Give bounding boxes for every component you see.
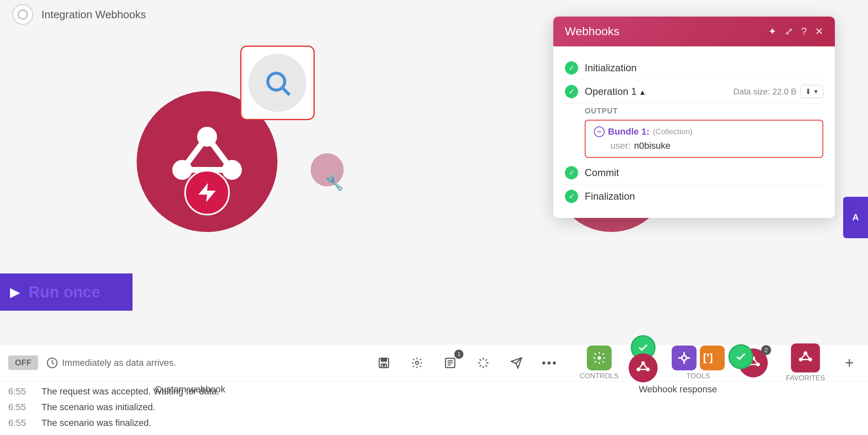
svg-line-33 — [480, 365, 482, 367]
popup-row-finalization: ✓ Finalization — [565, 185, 823, 208]
bundle-key: Bundle 1: — [608, 126, 649, 137]
download-btn[interactable]: ⬇ ▼ — [800, 85, 823, 98]
log-entries: 6:55 The request was accepted. Waiting f… — [0, 379, 331, 435]
toggle-off[interactable]: OFF — [8, 355, 38, 370]
search-node[interactable] — [240, 46, 315, 120]
run-once-button[interactable]: ▶ Run once — [0, 273, 133, 311]
lightning-sub-icon — [184, 170, 230, 215]
bundle-box: − Bundle 1: (Collection) user: n0bisuke — [585, 120, 823, 158]
svg-line-30 — [480, 359, 482, 361]
popup-row-operation: ✓ Operation 1 Data size: 22.0 B ⬇ ▼ — [565, 80, 823, 104]
send-btn[interactable] — [505, 351, 528, 375]
favorites-label: FAVORITES — [786, 374, 825, 382]
svg-point-0 — [18, 10, 27, 19]
popup-body: ✓ Initialization ✓ Operation 1 Data size… — [553, 46, 835, 218]
bottom-toolbar: OFF Immediately as data arrives. — [0, 344, 868, 435]
save-btn[interactable] — [372, 351, 395, 375]
webhooks-badge-right: 2 — [761, 345, 771, 355]
operation-label[interactable]: Operation 1 — [585, 86, 646, 97]
popup-header: Webhooks ✦ ⤢ ? ✕ — [553, 17, 835, 46]
check-icon-final: ✓ — [565, 190, 578, 203]
svg-line-57 — [801, 353, 805, 359]
svg-rect-18 — [381, 358, 387, 361]
commit-label: Commit — [585, 167, 619, 179]
check-icon-commit: ✓ — [565, 166, 578, 179]
log-entry-3: 6:55 The scenario was finalized. — [8, 415, 323, 431]
settings-btn[interactable] — [405, 351, 429, 375]
output-label: OUTPUT — [585, 107, 823, 116]
search-inner-circle — [248, 54, 306, 112]
svg-line-7 — [207, 137, 232, 170]
add-module-btn[interactable]: + — [839, 353, 860, 373]
sparkle-icon[interactable]: ✦ — [768, 26, 776, 37]
svg-line-40 — [638, 363, 643, 369]
data-size-info: Data size: 22.0 B ⬇ ▼ — [733, 85, 823, 98]
search-icon — [263, 68, 292, 97]
log-entry-2: 6:55 The scenario was initialized. — [8, 399, 323, 415]
schedule-text: Immediately as data arrives. — [46, 357, 176, 369]
popup-header-icons: ✦ ⤢ ? ✕ — [768, 26, 823, 37]
svg-point-1 — [268, 73, 285, 90]
tools-orange-icon[interactable]: ['] — [700, 346, 725, 370]
svg-marker-9 — [198, 183, 216, 203]
svg-point-21 — [416, 361, 419, 365]
field-key: user: — [610, 140, 631, 151]
svg-line-32 — [486, 359, 487, 361]
close-icon[interactable]: ✕ — [815, 26, 823, 37]
right-side-btn[interactable]: A — [843, 197, 868, 238]
check-icon-op: ✓ — [565, 85, 578, 98]
tools-purple-icon[interactable] — [672, 346, 697, 370]
bundle-row: − Bundle 1: (Collection) — [594, 126, 814, 137]
svg-line-31 — [486, 365, 487, 367]
notes-btn[interactable]: 1 — [439, 351, 462, 375]
finalization-label: Finalization — [585, 191, 635, 202]
tools-label: TOOLS — [686, 372, 710, 380]
webhooks-logo-left[interactable] — [629, 353, 658, 382]
svg-line-6 — [182, 137, 207, 170]
expand-icon[interactable]: ⤢ — [785, 26, 793, 37]
check-icon-init: ✓ — [565, 61, 578, 75]
svg-point-43 — [682, 355, 686, 360]
popup-row-commit: ✓ Commit — [565, 161, 823, 185]
run-once-label: Run once — [29, 283, 100, 301]
notes-badge: 1 — [454, 350, 463, 359]
svg-point-36 — [597, 356, 601, 360]
field-value: n0bisuke — [634, 140, 670, 151]
svg-line-41 — [643, 363, 648, 369]
svg-line-2 — [283, 88, 289, 95]
wrench-icon: 🔧 — [325, 174, 344, 191]
popup-title: Webhooks — [565, 25, 620, 38]
webhooks-popup: Webhooks ✦ ⤢ ? ✕ ✓ Initialization ✓ Oper… — [553, 17, 835, 218]
bundle-minus-icon[interactable]: − — [594, 126, 605, 137]
page-title: Integration Webhooks — [41, 8, 146, 21]
bundle-type: (Collection) — [653, 127, 692, 136]
help-icon[interactable]: ? — [801, 26, 807, 37]
more-btn[interactable]: ••• — [538, 351, 561, 375]
clock-icon — [46, 357, 58, 369]
magic-btn[interactable] — [472, 351, 495, 375]
output-section: OUTPUT − Bundle 1: (Collection) user: n0… — [585, 107, 823, 158]
popup-row-initialization: ✓ Initialization — [565, 56, 823, 80]
toolbar-controls-row: OFF Immediately as data arrives. — [0, 344, 868, 382]
webhook-check-right — [728, 344, 753, 369]
top-bar-circle — [12, 4, 33, 25]
svg-line-58 — [805, 353, 810, 359]
log-entry-1: 6:55 The request was accepted. Waiting f… — [8, 384, 323, 399]
play-icon: ▶ — [10, 284, 20, 300]
svg-point-20 — [383, 365, 385, 366]
controls-label: CONTROLS — [579, 372, 618, 380]
initialization-label: Initialization — [585, 62, 637, 74]
tools-green-icon[interactable] — [587, 346, 612, 370]
webhook-response-label: Webhook response — [639, 384, 717, 395]
favorites-icon[interactable] — [791, 343, 820, 372]
svg-line-52 — [753, 358, 758, 364]
bundle-sub-row: user: n0bisuke — [594, 140, 814, 151]
